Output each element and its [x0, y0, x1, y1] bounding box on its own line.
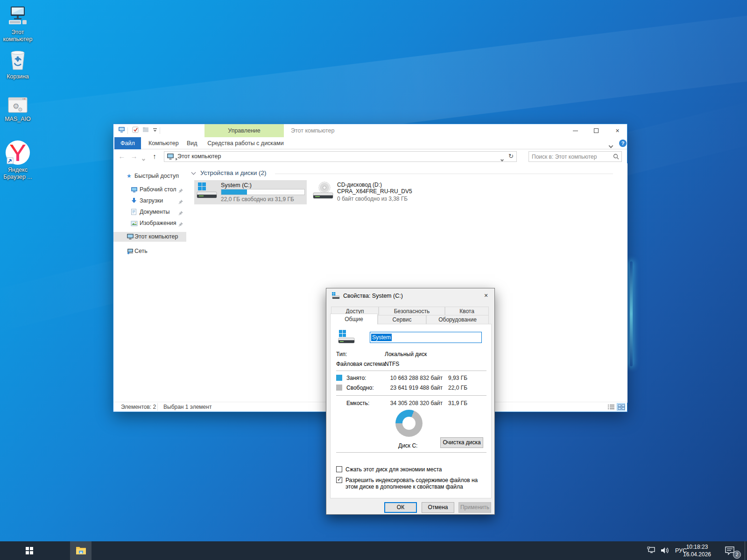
search-input[interactable] — [532, 152, 611, 161]
taskbar: РУС 10:18:23 16.04.2026 — [0, 541, 747, 560]
index-checkbox-label[interactable]: Разрешить индексировать содержимое файло… — [345, 477, 484, 490]
ribbon-tab-row: Файл Компьютер Вид Средства работы с дис… — [113, 137, 627, 149]
qat-customize-dropdown[interactable] — [151, 126, 159, 135]
thumbnails-view-button[interactable] — [617, 403, 625, 411]
minimize-icon — [573, 131, 578, 131]
nav-downloads[interactable]: Загрузки — [113, 196, 186, 206]
desktop-icon-yandex-browser[interactable]: Яндекс Браузер ... — [0, 140, 35, 181]
refresh-icon[interactable]: ↻ — [508, 153, 514, 160]
cancel-button[interactable]: Отмена — [422, 502, 454, 513]
address-bar[interactable]: Этот компьютер ↻ — [164, 151, 517, 162]
type-label: Тип: — [336, 351, 347, 357]
selected-text: System — [371, 334, 392, 341]
used-label: Занято: — [346, 375, 366, 381]
compress-checkbox[interactable] — [336, 466, 342, 472]
app-window-gears-icon: ⚙ ⚙ — [0, 97, 35, 114]
maximize-icon — [594, 128, 599, 133]
nav-this-pc[interactable]: Этот компьютер — [113, 232, 186, 242]
quick-access-newfolder-icon[interactable] — [141, 126, 150, 135]
used-color-swatch — [336, 375, 342, 381]
address-bar-row: ← → ↑ Этот компьютер ↻ — [113, 150, 627, 163]
close-icon: × — [484, 292, 488, 299]
desktop-icon-recycle-bin[interactable]: Корзина — [0, 49, 35, 80]
drive-tile-system-c[interactable]: System (C:) 22,0 ГБ свободно из 31,9 ГБ — [194, 180, 307, 204]
computer-icon — [127, 233, 134, 243]
capacity-label: Емкость: — [346, 400, 369, 406]
free-size: 22,0 ГБ — [448, 385, 467, 391]
forward-icon[interactable]: → — [129, 152, 139, 161]
drive-tile-cd-d[interactable]: CD-дисковод (D:) CPRA_X64FRE_RU-RU_DV5 0… — [310, 180, 437, 204]
compress-checkbox-label[interactable]: Сжать этот диск для экономии места — [345, 466, 486, 473]
free-bytes: 23 641 919 488 байт — [387, 385, 443, 391]
nav-documents[interactable]: Документы — [113, 207, 186, 217]
minimize-button[interactable] — [565, 124, 586, 137]
nav-desktop[interactable]: Рабочий стол — [113, 185, 186, 195]
picture-icon — [131, 220, 138, 230]
ok-button[interactable]: ОК — [384, 502, 417, 513]
nav-label: Этот компьютер — [134, 232, 178, 242]
show-desktop-button[interactable] — [745, 541, 747, 560]
tab-view[interactable]: Вид — [181, 137, 204, 149]
up-icon[interactable]: ↑ — [150, 152, 159, 161]
document-icon — [131, 209, 137, 218]
search-box[interactable] — [529, 151, 622, 162]
tab-general[interactable]: Общие — [330, 314, 378, 324]
group-header-devices[interactable]: Устройства и диски (2) — [190, 169, 620, 178]
desktop-folder-icon — [131, 186, 138, 196]
collapse-chevron-icon[interactable] — [191, 170, 196, 175]
nav-quick-access[interactable]: ★ Быстрый доступ — [113, 171, 186, 181]
back-icon[interactable]: ← — [117, 152, 127, 161]
search-icon[interactable] — [613, 154, 619, 161]
nav-pictures[interactable]: Изображения — [113, 218, 186, 228]
close-button[interactable]: × — [607, 124, 628, 137]
network-tray-icon[interactable] — [647, 541, 659, 560]
free-label: Свободно: — [346, 385, 374, 391]
details-view-button[interactable] — [606, 403, 615, 411]
history-chevron-icon[interactable] — [142, 155, 145, 162]
clock[interactable]: 10:18:23 16.04.2026 — [676, 541, 719, 560]
taskbar-explorer-button[interactable] — [70, 541, 92, 560]
drive-icon — [338, 330, 355, 346]
tab-file[interactable]: Файл — [114, 137, 141, 149]
capacity-donut — [395, 410, 423, 437]
desktop-icon-this-pc[interactable]: Этот компьютер — [0, 6, 35, 43]
drive-name: CD-дисковод (D:) — [337, 182, 382, 188]
tab-computer[interactable]: Компьютер — [142, 137, 185, 149]
donut-hole — [402, 417, 416, 430]
volume-tray-icon[interactable] — [660, 541, 672, 560]
drive-usage-bar — [221, 189, 305, 195]
dialog-titlebar[interactable]: Свойства: System (C:) × — [326, 288, 494, 303]
nav-network[interactable]: Сеть — [113, 246, 186, 256]
date: 16.04.2026 — [676, 551, 719, 558]
ribbon-expand-chevron-icon[interactable] — [609, 142, 613, 149]
disk-cleanup-button[interactable]: Очистка диска — [440, 437, 483, 448]
recycle-bin-icon — [0, 49, 35, 72]
capacity-bytes: 34 305 208 320 байт — [387, 400, 443, 406]
drive-free-text: 22,0 ГБ свободно из 31,9 ГБ — [221, 196, 294, 203]
volume-name-input[interactable]: System — [370, 332, 482, 343]
explorer-titlebar[interactable]: Управление Этот компьютер × — [113, 124, 627, 137]
desktop-icon-mas-aio[interactable]: ⚙ ⚙ MAS_AIO — [0, 97, 35, 123]
help-icon[interactable]: ? — [619, 140, 627, 147]
breadcrumb[interactable]: Этот компьютер — [177, 152, 221, 161]
capacity-size: 31,9 ГБ — [448, 400, 467, 406]
wallpaper-glow — [630, 261, 633, 366]
index-checkbox[interactable]: ✓ — [336, 477, 342, 483]
tab-hardware[interactable]: Оборудование — [426, 315, 489, 324]
quick-access-computer-icon[interactable] — [117, 126, 126, 135]
dialog-title: Свойства: System (C:) — [343, 293, 403, 299]
volume-label: CPRA_X64FRE_RU-RU_DV5 — [337, 188, 412, 195]
contextual-tab-group: Управление — [204, 124, 284, 137]
maximize-button[interactable] — [586, 124, 607, 137]
qat-separator — [160, 127, 160, 134]
tab-drive-tools[interactable]: Средства работы с дисками — [206, 137, 285, 149]
start-button[interactable] — [21, 541, 39, 560]
items-count: Элементов: 2 — [121, 404, 156, 410]
tab-tools[interactable]: Сервис — [378, 315, 426, 324]
address-dropdown-icon[interactable] — [501, 155, 503, 162]
dialog-close-button[interactable]: × — [481, 291, 491, 300]
quick-access-properties-icon[interactable] — [131, 126, 140, 135]
pin-icon — [178, 187, 183, 196]
apply-button[interactable]: Применить — [458, 502, 491, 513]
group-header-line — [275, 174, 613, 174]
